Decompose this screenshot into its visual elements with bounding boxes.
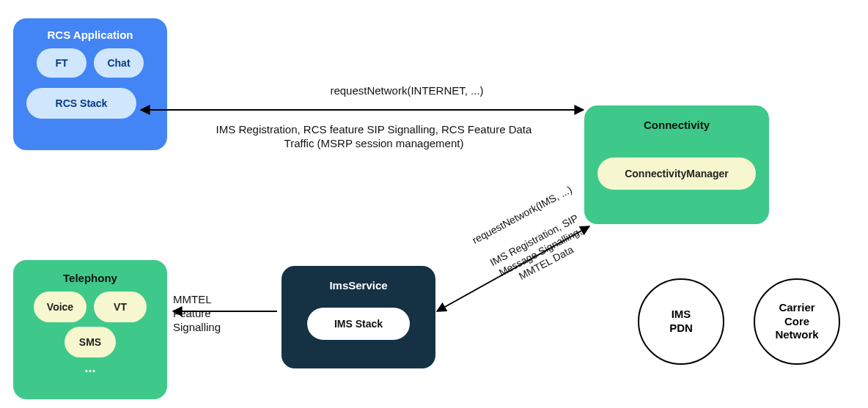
rcs-stack-pill: RCS Stack [26,88,136,119]
ims-pdn-label: IMS PDN [669,308,693,335]
request-network-internet-label: requestNetwork(INTERNET, ...) [242,84,572,98]
ft-pill: FT [37,48,87,78]
mmtel-feature-signalling-label: MMTEL Feature Signalling [173,293,246,334]
ims-stack-pill: IMS Stack [307,308,410,340]
telephony-title: Telephony [23,272,157,284]
rcs-application-block: RCS Application FT Chat RCS Stack [13,18,167,150]
ims-registration-diagonal-label: IMS Registration, SIP Message Signalling… [463,199,617,305]
voice-pill: Voice [34,292,87,322]
ims-registration-top-label: IMS Registration, RCS feature SIP Signal… [176,123,572,151]
sms-pill: SMS [65,327,116,357]
vt-pill: VT [94,292,147,322]
rcs-application-title: RCS Application [23,29,157,41]
carrier-core-network-circle: Carrier Core Network [754,278,840,365]
chat-pill: Chat [94,48,144,78]
ims-pdn-circle: IMS PDN [638,278,724,365]
ims-service-block: ImsService IMS Stack [282,266,435,368]
carrier-core-network-label: Carrier Core Network [775,301,818,342]
telephony-more-label: ... [23,360,157,376]
connectivity-block: Connectivity ConnectivityManager [584,105,769,224]
connectivity-title: Connectivity [595,119,759,131]
ims-service-title: ImsService [292,279,425,292]
telephony-block: Telephony Voice VT SMS ... [13,260,167,399]
connectivity-manager-pill: ConnectivityManager [597,157,756,190]
